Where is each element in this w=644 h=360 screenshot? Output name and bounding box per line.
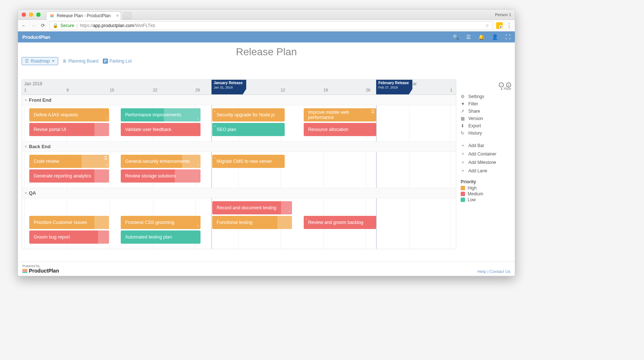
bar-left-handle-icon[interactable]: ○ (214, 124, 216, 128)
browser-tab[interactable]: Release Plan - ProductPlan × (46, 11, 121, 20)
app-brand[interactable]: ProductPlan (22, 34, 50, 40)
roadmap-bar[interactable]: Groom bug report (29, 230, 109, 244)
planning-board-link[interactable]: 🗎 Planning Board (63, 59, 98, 64)
fullscreen-icon[interactable]: ⛶ (505, 34, 510, 40)
contact-link[interactable]: Contact Us (490, 269, 510, 274)
hide-panel-button[interactable]: ▸ Hide (461, 87, 511, 91)
extension-icon[interactable]: 2 (496, 22, 503, 29)
window-close-button[interactable] (22, 12, 26, 17)
lane-header-qa[interactable]: ▾QA (22, 188, 456, 198)
roadmap-bar[interactable]: ○Review and groom backlog (304, 216, 376, 229)
milestone-line (211, 95, 212, 249)
parking-lot-icon: P (103, 59, 108, 64)
roadmap-bar[interactable]: Prioritize Customer Issues (29, 216, 109, 229)
roadmap-bar[interactable]: Generate reporting analytics (29, 169, 109, 183)
sidebar-item-filter[interactable]: ▼Filter (461, 100, 511, 108)
roadmap-label: Roadmap (31, 59, 50, 64)
tab-close-icon[interactable]: × (116, 13, 119, 18)
sidebar-item-version[interactable]: ▦Version (461, 115, 511, 122)
bar-label: Improve mobile web performance (308, 110, 372, 120)
address-bar[interactable]: 🔒 Secure | https://app.productplan.com/W… (49, 21, 493, 30)
roadmap-bar[interactable]: ○Migrate CMS to new server (212, 155, 285, 168)
plus-icon: ＋ (461, 151, 466, 157)
lock-icon: 🔒 (53, 23, 58, 28)
bar-right-handle-icon[interactable]: ○ (197, 224, 199, 228)
sidebar-item-settings[interactable]: ⚙Settings (461, 93, 511, 100)
window-minimize-button[interactable] (29, 12, 33, 17)
chrome-profile-label[interactable]: Person 1 (495, 12, 511, 17)
bar-progress-stripe (94, 123, 109, 136)
lane-header-back-end[interactable]: ▾Back End (22, 141, 456, 152)
bar-right-handle-icon[interactable]: ○ (105, 163, 108, 167)
timeline-header[interactable]: Jan 2018FebMar1815222951219261January Re… (22, 79, 456, 95)
milestone-date: Feb 27, 2018 (378, 85, 409, 90)
roadmap-bar[interactable]: Automated testing plan (121, 230, 201, 244)
bar-label: Validate user feedback (125, 127, 171, 132)
roadmap-bar[interactable]: Resource allocation (304, 123, 376, 136)
bar-right-handle-icon[interactable]: ○ (197, 116, 199, 120)
bar-menu-icon[interactable] (371, 110, 374, 113)
roadmap-bar[interactable]: Record and document testing○ (212, 201, 292, 214)
sidebar-item-history[interactable]: ↻History (461, 130, 511, 137)
plus-icon: ＋ (461, 142, 466, 149)
roadmap-bar[interactable]: Performance improvements○ (121, 108, 201, 121)
day-label: 26 (366, 88, 370, 92)
roadmap-bar[interactable]: Code review○ (29, 155, 109, 168)
roadmap-bar[interactable]: ○Security upgrade for Node.js (212, 108, 285, 121)
url-host: app.productplan.com (93, 23, 134, 28)
url-scheme: https:// (80, 23, 93, 28)
productplan-mark-icon (22, 269, 27, 273)
roadmap-view-button[interactable]: ☰ Roadmap ▼ (22, 57, 58, 65)
lane-body: Define AJAX requests○Performance improve… (22, 105, 456, 141)
bar-right-handle-icon[interactable]: ○ (105, 116, 108, 120)
new-tab-button[interactable] (123, 12, 131, 19)
bar-label: Define AJAX requests (34, 112, 78, 117)
browser-back-button[interactable]: ← (21, 23, 27, 28)
milestone-flag[interactable]: February ReleaseFeb 27, 2018 (376, 80, 412, 94)
bar-left-handle-icon[interactable]: ○ (305, 217, 307, 221)
sidebar-item-export[interactable]: ⬇Export (461, 122, 511, 130)
bar-right-handle-icon[interactable]: ○ (288, 209, 291, 213)
bar-left-handle-icon[interactable]: ○ (214, 156, 216, 160)
user-icon[interactable]: 👤 (492, 34, 498, 40)
sidebar-item-add-milestone[interactable]: ＋Add Milestone (461, 158, 511, 166)
day-label: 22 (153, 88, 157, 92)
sidebar-item-add-container[interactable]: ＋Add Container (461, 150, 511, 158)
roadmap-bar[interactable]: ○General security enhancements○ (121, 155, 201, 168)
roadmap-bar[interactable]: Review storage solutions (121, 169, 201, 183)
help-link[interactable]: Help (478, 269, 486, 274)
footer-logo-text: ProductPlan (29, 268, 59, 274)
roadmap-bar[interactable]: Revise portal UI (29, 123, 109, 136)
lane-header-front-end[interactable]: ▾Front End (22, 95, 456, 105)
bar-label: Record and document testing (217, 205, 276, 210)
parking-lot-link[interactable]: P Parking Lot (103, 59, 132, 64)
bell-icon[interactable]: 🔔 (478, 34, 484, 40)
legend-medium: Medium (461, 191, 511, 197)
browser-menu-icon[interactable]: ⋮ (506, 22, 512, 29)
panel-item-label: Add Bar (468, 143, 484, 148)
window-maximize-button[interactable] (36, 12, 41, 17)
bar-left-handle-icon[interactable]: ○ (214, 109, 216, 113)
roadmap-bar[interactable]: Frontend CSS grooming○ (121, 216, 201, 229)
bar-menu-icon[interactable] (104, 156, 107, 160)
roadmap-bar[interactable]: Define AJAX requests○ (29, 108, 109, 121)
day-label: 19 (323, 88, 328, 92)
search-icon[interactable]: 🔍 (453, 34, 459, 40)
milestone-flag[interactable]: January ReleaseJan 31, 2018 (211, 80, 246, 94)
legend-label: Medium (468, 191, 483, 196)
roadmap-bar[interactable]: Functional testing (212, 216, 292, 229)
sidebar-item-add-bar[interactable]: ＋Add Bar (461, 141, 511, 150)
milestone-title: January Release (214, 81, 243, 85)
roadmap-bar[interactable]: ○SEO plan (212, 123, 285, 136)
bar-right-handle-icon[interactable]: ○ (197, 163, 199, 167)
plus-icon: ＋ (461, 159, 466, 165)
browser-forward-button[interactable]: → (30, 23, 36, 28)
bar-left-handle-icon[interactable]: ○ (122, 156, 124, 160)
roadmap-bar[interactable]: Validate user feedback (121, 123, 201, 136)
roadmap-bar[interactable]: Improve mobile web performance (304, 108, 376, 121)
browser-reload-button[interactable]: ⟳ (40, 23, 46, 28)
list-icon[interactable]: ☰ (466, 34, 471, 40)
sidebar-item-add-lane[interactable]: ＋Add Lane (461, 166, 511, 175)
sidebar-item-share[interactable]: ↗Share (461, 108, 511, 115)
bookmark-star-icon[interactable]: ☆ (485, 23, 489, 28)
